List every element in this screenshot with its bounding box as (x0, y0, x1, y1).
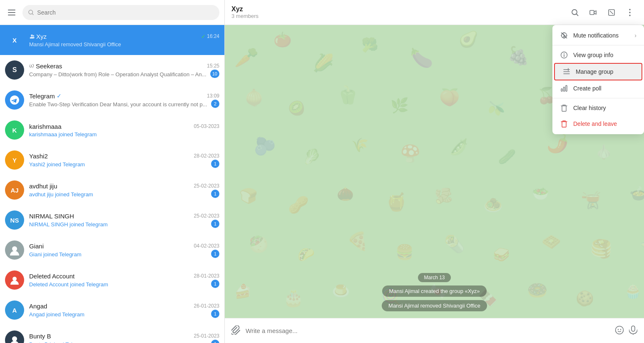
chat-content: karishmaaa 05-03-2023 karishmaaa joined … (29, 123, 219, 138)
svg-point-3 (29, 10, 33, 14)
svg-text:🍲: 🍲 (629, 185, 644, 202)
menu-item-clear_history[interactable]: Clear history (552, 100, 644, 116)
chat-preview: Giani joined Telegram (29, 251, 82, 258)
read-checkmark: ✓ (201, 33, 206, 40)
chat-preview: Angad joined Telegram (29, 311, 85, 318)
svg-text:🍅: 🍅 (274, 31, 292, 48)
unread-badge: 1 (211, 280, 219, 288)
chat-content: Telegram✓ 13:09 Enable Two-Step Verifica… (29, 93, 219, 108)
svg-text:🧈: 🧈 (639, 233, 644, 251)
message-input[interactable] (246, 323, 610, 338)
menu-item-label: View group info (573, 52, 613, 58)
chat-item-angad[interactable]: A Angad 26-01-2023 Angad joined Telegram… (0, 295, 224, 325)
svg-rect-2 (8, 15, 15, 15)
system-message-removed: Mansi Ajimal removed Shivangii Office (382, 300, 487, 311)
system-message-created: Mansi Ajimal created the group «Xyz» (382, 285, 486, 297)
svg-text:🫐: 🫐 (254, 135, 276, 157)
menu-item-create_poll[interactable]: Create poll (552, 80, 644, 96)
svg-line-12 (610, 11, 613, 14)
chat-content: Bunty B 25-01-2023 Bunty B joined Telegr… (29, 333, 219, 343)
svg-rect-27 (564, 87, 565, 91)
chat-name: Xyz (29, 33, 47, 40)
chat-header-row: Seekeras 15:25 (29, 63, 219, 70)
svg-text:🥕: 🥕 (234, 46, 259, 69)
messages-area: March 13 Mansi Ajimal created the group … (225, 266, 644, 318)
svg-point-15 (629, 15, 631, 16)
hamburger-button[interactable] (5, 6, 18, 19)
chat-item-telegram[interactable]: Telegram✓ 13:09 Enable Two-Step Verifica… (0, 85, 224, 115)
attach-button[interactable] (231, 325, 241, 336)
chat-content: Seekeras 15:25 Company – Ditto(work from… (29, 63, 219, 78)
more-options-button[interactable] (622, 5, 637, 20)
chat-name: Seekeras (29, 63, 62, 70)
chat-name: Angad (29, 303, 47, 310)
chat-item-seekeras[interactable]: S Seekeras 15:25 Company – Ditto(work fr… (0, 55, 224, 85)
chat-preview: Mansi Ajimal removed Shivangii Office (29, 41, 121, 48)
chat-content: NIRMAL SINGH 25-02-2023 NIRMAL SINGH joi… (29, 213, 219, 228)
menu-item-label: Clear history (573, 105, 606, 111)
emoji-button[interactable] (615, 325, 624, 336)
unread-badge: 1 (211, 220, 219, 228)
delete_leave-icon (560, 120, 568, 128)
menu-item-mute[interactable]: Mute notifications › (552, 28, 644, 43)
chat-item-avdhut[interactable]: AJ avdhut jiju 25-02-2023 avdhut jiju jo… (0, 175, 224, 205)
chat-name: Bunty B (29, 333, 51, 340)
unread-badge: 1 (211, 160, 219, 168)
svg-text:🍑: 🍑 (439, 88, 460, 107)
chat-item-nirmal[interactable]: NS NIRMAL SINGH 25-02-2023 NIRMAL SINGH … (0, 205, 224, 235)
search-chat-button[interactable] (567, 5, 582, 20)
menu-item-manage_group[interactable]: Manage group (554, 63, 642, 80)
chat-content: Xyz ✓16:24 Mansi Ajimal removed Shivangi… (29, 33, 219, 48)
svg-text:🥜: 🥜 (288, 195, 309, 215)
avatar (5, 330, 24, 343)
avatar: AJ (5, 180, 24, 200)
chat-item-buntyb[interactable]: Bunty B 25-01-2023 Bunty B joined Telegr… (0, 325, 224, 343)
clear_history-icon (560, 104, 568, 112)
chat-item-deleted[interactable]: Deleted Account 28-01-2023 Deleted Accou… (0, 265, 224, 295)
avatar: K (5, 120, 24, 140)
search-input[interactable] (37, 9, 214, 16)
chat-preview: Yashi2 joined Telegram (29, 161, 85, 168)
svg-point-14 (629, 12, 631, 13)
chat-header-row: NIRMAL SINGH 25-02-2023 (29, 213, 219, 220)
chat-content: Giani 04-02-2023 Giani joined Telegram 1 (29, 243, 219, 258)
svg-text:🍆: 🍆 (410, 47, 433, 69)
svg-line-4 (32, 13, 34, 15)
svg-text:🧇: 🧇 (542, 233, 561, 251)
sidebar: X Xyz ✓16:24 Mansi Ajimal removed Shivan… (0, 0, 225, 343)
svg-text:🫛: 🫛 (449, 138, 469, 156)
svg-text:🫕: 🫕 (581, 190, 602, 210)
svg-rect-0 (8, 10, 15, 10)
chat-name: NIRMAL SINGH (29, 213, 74, 220)
chat-item-yashi2[interactable]: Y Yashi2 28-02-2023 Yashi2 joined Telegr… (0, 145, 224, 175)
chat-name: Telegram✓ (29, 93, 62, 100)
menu-item-label: Manage group (576, 68, 613, 75)
chat-item-karishmaaa[interactable]: K karishmaaa 05-03-2023 karishmaaa joine… (0, 115, 224, 145)
mute-button[interactable] (604, 5, 619, 20)
svg-rect-86 (632, 326, 635, 331)
submenu-arrow: › (634, 32, 637, 39)
svg-point-5 (12, 246, 17, 251)
chat-header-row: Telegram✓ 13:09 (29, 93, 219, 100)
search-box[interactable] (22, 5, 219, 20)
chat-time: 13:09 (207, 93, 219, 99)
sidebar-header (0, 0, 224, 25)
svg-point-8 (572, 10, 577, 15)
chat-content: Yashi2 28-02-2023 Yashi2 joined Telegram… (29, 153, 219, 168)
chat-item-giani[interactable]: Giani 04-02-2023 Giani joined Telegram 1 (0, 235, 224, 265)
menu-item-view_info[interactable]: View group info (552, 47, 644, 63)
context-menu: Mute notifications › View group info Man… (552, 25, 644, 134)
calls-button[interactable] (586, 5, 601, 20)
svg-text:🍯: 🍯 (385, 191, 408, 213)
chat-preview: avdhut jiju joined Telegram (29, 191, 93, 198)
chat-header-actions: Mute notifications › View group info Man… (567, 5, 637, 20)
chat-item-xyz[interactable]: X Xyz ✓16:24 Mansi Ajimal removed Shivan… (0, 25, 224, 55)
svg-text:🍞: 🍞 (239, 187, 258, 205)
menu-item-label: Create poll (573, 85, 602, 92)
svg-text:🥪: 🥪 (493, 246, 510, 263)
svg-text:🥞: 🥞 (590, 238, 612, 259)
mic-button[interactable] (629, 325, 637, 336)
unread-badge: 2 (211, 100, 219, 108)
menu-item-delete_leave[interactable]: Delete and leave (552, 116, 644, 132)
chat-header-row: Deleted Account 28-01-2023 (29, 273, 219, 280)
